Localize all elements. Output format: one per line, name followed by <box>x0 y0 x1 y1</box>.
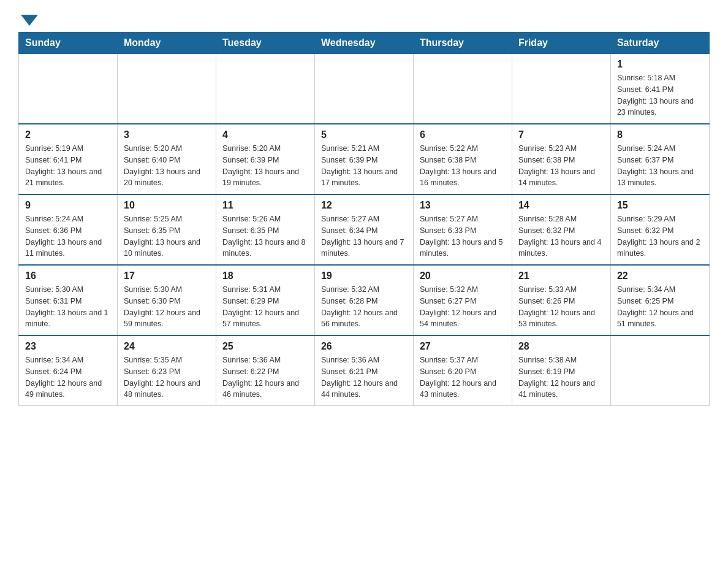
calendar-day-cell: 15Sunrise: 5:29 AM Sunset: 6:32 PM Dayli… <box>610 194 709 265</box>
day-info: Sunrise: 5:18 AM Sunset: 6:41 PM Dayligh… <box>617 72 703 118</box>
day-info: Sunrise: 5:30 AM Sunset: 6:31 PM Dayligh… <box>25 284 111 330</box>
day-info: Sunrise: 5:24 AM Sunset: 6:37 PM Dayligh… <box>617 143 703 189</box>
day-info: Sunrise: 5:38 AM Sunset: 6:19 PM Dayligh… <box>518 354 604 400</box>
day-number: 23 <box>25 341 111 352</box>
calendar-week-row: 9Sunrise: 5:24 AM Sunset: 6:36 PM Daylig… <box>19 194 710 265</box>
calendar-day-cell: 21Sunrise: 5:33 AM Sunset: 6:26 PM Dayli… <box>512 265 610 335</box>
calendar-day-cell <box>413 54 512 124</box>
calendar-day-cell: 14Sunrise: 5:28 AM Sunset: 6:32 PM Dayli… <box>512 194 610 265</box>
calendar-day-cell: 18Sunrise: 5:31 AM Sunset: 6:29 PM Dayli… <box>216 265 314 335</box>
day-info: Sunrise: 5:31 AM Sunset: 6:29 PM Dayligh… <box>222 284 308 330</box>
weekday-header-thursday: Thursday <box>413 33 512 54</box>
day-number: 12 <box>321 200 407 211</box>
calendar-day-cell: 12Sunrise: 5:27 AM Sunset: 6:34 PM Dayli… <box>314 194 413 265</box>
day-number: 27 <box>420 341 506 352</box>
day-number: 5 <box>321 129 407 140</box>
calendar-day-cell: 2Sunrise: 5:19 AM Sunset: 6:41 PM Daylig… <box>19 124 118 194</box>
day-number: 4 <box>222 129 308 140</box>
day-number: 3 <box>124 129 210 140</box>
day-number: 20 <box>420 270 506 282</box>
day-number: 14 <box>518 200 604 211</box>
day-number: 17 <box>124 270 210 282</box>
day-number: 26 <box>321 341 407 352</box>
logo-arrow-icon <box>21 15 38 26</box>
day-number: 8 <box>617 129 703 140</box>
day-number: 11 <box>222 200 308 211</box>
calendar-day-cell <box>19 54 118 124</box>
calendar-day-cell <box>512 54 610 124</box>
day-info: Sunrise: 5:23 AM Sunset: 6:38 PM Dayligh… <box>518 143 604 189</box>
day-info: Sunrise: 5:25 AM Sunset: 6:35 PM Dayligh… <box>124 213 210 259</box>
day-info: Sunrise: 5:36 AM Sunset: 6:22 PM Dayligh… <box>222 354 308 400</box>
calendar-week-row: 1Sunrise: 5:18 AM Sunset: 6:41 PM Daylig… <box>19 54 710 124</box>
day-info: Sunrise: 5:32 AM Sunset: 6:28 PM Dayligh… <box>321 284 407 330</box>
day-number: 9 <box>25 200 111 211</box>
day-info: Sunrise: 5:19 AM Sunset: 6:41 PM Dayligh… <box>25 143 111 189</box>
calendar-week-row: 16Sunrise: 5:30 AM Sunset: 6:31 PM Dayli… <box>19 265 710 335</box>
calendar-table: SundayMondayTuesdayWednesdayThursdayFrid… <box>18 32 710 406</box>
weekday-header-monday: Monday <box>117 33 216 54</box>
day-number: 22 <box>617 270 703 282</box>
calendar-day-cell: 19Sunrise: 5:32 AM Sunset: 6:28 PM Dayli… <box>314 265 413 335</box>
day-info: Sunrise: 5:28 AM Sunset: 6:32 PM Dayligh… <box>518 213 604 259</box>
day-info: Sunrise: 5:21 AM Sunset: 6:39 PM Dayligh… <box>321 143 407 189</box>
calendar-week-row: 2Sunrise: 5:19 AM Sunset: 6:41 PM Daylig… <box>19 124 710 194</box>
weekday-header-sunday: Sunday <box>19 33 118 54</box>
day-number: 25 <box>222 341 308 352</box>
day-info: Sunrise: 5:24 AM Sunset: 6:36 PM Dayligh… <box>25 213 111 259</box>
calendar-day-cell: 27Sunrise: 5:37 AM Sunset: 6:20 PM Dayli… <box>413 335 512 406</box>
day-info: Sunrise: 5:27 AM Sunset: 6:34 PM Dayligh… <box>321 213 407 259</box>
calendar-day-cell <box>610 335 709 406</box>
day-info: Sunrise: 5:27 AM Sunset: 6:33 PM Dayligh… <box>420 213 506 259</box>
day-number: 10 <box>124 200 210 211</box>
weekday-header-tuesday: Tuesday <box>216 33 314 54</box>
day-info: Sunrise: 5:20 AM Sunset: 6:40 PM Dayligh… <box>124 143 210 189</box>
day-info: Sunrise: 5:34 AM Sunset: 6:25 PM Dayligh… <box>617 284 703 330</box>
day-number: 15 <box>617 200 703 211</box>
calendar-day-cell: 4Sunrise: 5:20 AM Sunset: 6:39 PM Daylig… <box>216 124 314 194</box>
calendar-day-cell: 22Sunrise: 5:34 AM Sunset: 6:25 PM Dayli… <box>610 265 709 335</box>
day-info: Sunrise: 5:34 AM Sunset: 6:24 PM Dayligh… <box>25 354 111 400</box>
day-number: 13 <box>420 200 506 211</box>
day-info: Sunrise: 5:32 AM Sunset: 6:27 PM Dayligh… <box>420 284 506 330</box>
day-info: Sunrise: 5:33 AM Sunset: 6:26 PM Dayligh… <box>518 284 604 330</box>
day-info: Sunrise: 5:36 AM Sunset: 6:21 PM Dayligh… <box>321 354 407 400</box>
day-number: 6 <box>420 129 506 140</box>
day-number: 7 <box>518 129 604 140</box>
calendar-day-cell: 25Sunrise: 5:36 AM Sunset: 6:22 PM Dayli… <box>216 335 314 406</box>
calendar-header-row: SundayMondayTuesdayWednesdayThursdayFrid… <box>19 33 710 54</box>
weekday-header-saturday: Saturday <box>610 33 709 54</box>
calendar-day-cell: 8Sunrise: 5:24 AM Sunset: 6:37 PM Daylig… <box>610 124 709 194</box>
day-number: 21 <box>518 270 604 282</box>
day-number: 16 <box>25 270 111 282</box>
calendar-day-cell: 23Sunrise: 5:34 AM Sunset: 6:24 PM Dayli… <box>19 335 118 406</box>
calendar-day-cell: 24Sunrise: 5:35 AM Sunset: 6:23 PM Dayli… <box>117 335 216 406</box>
calendar-day-cell: 6Sunrise: 5:22 AM Sunset: 6:38 PM Daylig… <box>413 124 512 194</box>
calendar-day-cell: 5Sunrise: 5:21 AM Sunset: 6:39 PM Daylig… <box>314 124 413 194</box>
day-number: 19 <box>321 270 407 282</box>
calendar-day-cell <box>117 54 216 124</box>
calendar-week-row: 23Sunrise: 5:34 AM Sunset: 6:24 PM Dayli… <box>19 335 710 406</box>
calendar-day-cell: 17Sunrise: 5:30 AM Sunset: 6:30 PM Dayli… <box>117 265 216 335</box>
calendar-day-cell: 20Sunrise: 5:32 AM Sunset: 6:27 PM Dayli… <box>413 265 512 335</box>
calendar-day-cell: 1Sunrise: 5:18 AM Sunset: 6:41 PM Daylig… <box>610 54 709 124</box>
logo <box>18 12 38 26</box>
day-info: Sunrise: 5:29 AM Sunset: 6:32 PM Dayligh… <box>617 213 703 259</box>
calendar-day-cell: 26Sunrise: 5:36 AM Sunset: 6:21 PM Dayli… <box>314 335 413 406</box>
day-info: Sunrise: 5:30 AM Sunset: 6:30 PM Dayligh… <box>124 284 210 330</box>
day-number: 1 <box>617 59 703 70</box>
day-info: Sunrise: 5:26 AM Sunset: 6:35 PM Dayligh… <box>222 213 308 259</box>
calendar-day-cell: 11Sunrise: 5:26 AM Sunset: 6:35 PM Dayli… <box>216 194 314 265</box>
day-info: Sunrise: 5:35 AM Sunset: 6:23 PM Dayligh… <box>124 354 210 400</box>
day-info: Sunrise: 5:20 AM Sunset: 6:39 PM Dayligh… <box>222 143 308 189</box>
calendar-day-cell: 16Sunrise: 5:30 AM Sunset: 6:31 PM Dayli… <box>19 265 118 335</box>
calendar-day-cell: 10Sunrise: 5:25 AM Sunset: 6:35 PM Dayli… <box>117 194 216 265</box>
day-number: 18 <box>222 270 308 282</box>
calendar-day-cell: 13Sunrise: 5:27 AM Sunset: 6:33 PM Dayli… <box>413 194 512 265</box>
weekday-header-friday: Friday <box>512 33 610 54</box>
calendar-day-cell: 7Sunrise: 5:23 AM Sunset: 6:38 PM Daylig… <box>512 124 610 194</box>
calendar-day-cell: 3Sunrise: 5:20 AM Sunset: 6:40 PM Daylig… <box>117 124 216 194</box>
calendar-day-cell <box>216 54 314 124</box>
day-info: Sunrise: 5:37 AM Sunset: 6:20 PM Dayligh… <box>420 354 506 400</box>
page-header <box>18 12 710 26</box>
